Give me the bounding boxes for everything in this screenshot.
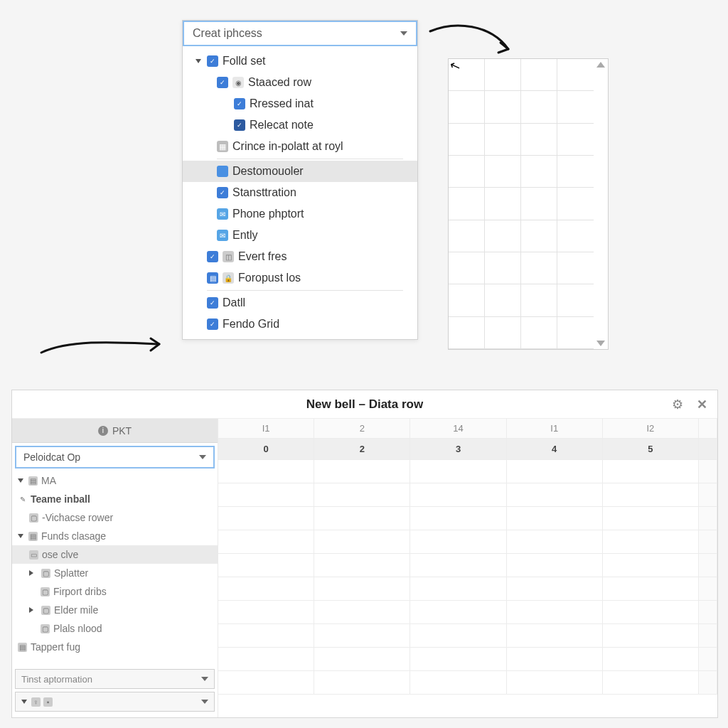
mini-cell[interactable] [485,252,521,284]
mini-cell[interactable] [485,124,521,156]
tree-item-tappert[interactable]: ▤ Tappert fug [12,638,218,656]
tree-item-destomouoler[interactable]: Destomouoler [183,161,417,182]
icons-select[interactable]: ♀ ▪ [15,692,215,712]
tree-item-vichacse[interactable]: ▢ -Vichacse rower [12,508,218,527]
table-row[interactable] [218,460,717,483]
tree-item-splatter[interactable]: ▢ Splatter [12,564,218,582]
tree-item-staaced-row[interactable]: Staaced row [183,72,417,93]
tree-item-teame-inball[interactable]: ✎ Teame inball [12,490,218,508]
peloidcat-select[interactable]: Peloidcat Op [15,446,215,469]
col-header[interactable]: 5 [603,439,699,460]
table-row[interactable] [218,624,717,648]
mini-cell[interactable] [449,220,485,252]
chevron-down-icon [201,700,208,704]
mini-cell[interactable] [449,317,485,349]
tree-label: Firport dribs [53,586,107,597]
close-icon[interactable] [695,397,709,412]
table-row[interactable] [218,554,717,577]
mini-cell[interactable] [557,91,594,123]
col-header[interactable]: I1 [218,419,314,439]
tree-item-foropust[interactable]: Foropust los [183,267,417,289]
tree-item-ose-clve[interactable]: ▭ ose clve [12,545,218,564]
mini-cell[interactable] [521,156,557,188]
table-row[interactable] [218,601,717,624]
tree-item-ently[interactable]: Ently [183,225,417,246]
mini-cell[interactable] [521,91,557,123]
mini-cell[interactable] [521,252,557,284]
mini-cell[interactable] [557,124,594,156]
mini-cell[interactable] [521,220,557,252]
panel-header: New bell – Diata row [12,390,717,419]
create-process-dropdown[interactable]: Creat iphcess [183,21,417,46]
table-row[interactable] [218,507,717,530]
tree-item-rressed-inat[interactable]: Rressed inat [183,93,417,114]
col-header[interactable]: 4 [507,439,603,460]
col-header[interactable]: 2 [314,439,410,460]
mini-cell[interactable] [485,317,521,349]
sidebar-tab-pkt[interactable]: PKT [12,419,218,443]
table-row[interactable] [218,671,717,695]
tinst-select[interactable]: Tinst aptormation [15,669,215,689]
tree-label: Foropust los [238,272,301,284]
tab-label: PKT [112,425,132,437]
panel-title: New bell – Diata row [306,397,423,412]
tree-item-firport[interactable]: ▢ Firport dribs [12,582,218,601]
mini-cell[interactable] [485,188,521,220]
mini-cell[interactable] [485,156,521,188]
mini-cell[interactable] [521,124,557,156]
mini-cell[interactable] [485,284,521,316]
tree-item-stansttration[interactable]: Stansttration [183,182,417,203]
tree-item-funds[interactable]: ▤ Funds clasage [12,527,218,545]
tree-item-fendo-grid[interactable]: Fendo Grid [183,314,417,335]
tree-item-crince[interactable]: Crince in-polatt at royl [183,136,417,157]
tree-item-datll[interactable]: Datll [183,292,417,314]
tree-item-evert-fres[interactable]: Evert fres [183,246,417,267]
col-header[interactable]: 14 [410,419,506,439]
shield-icon [207,318,218,330]
col-header[interactable]: I2 [603,419,699,439]
scroll-down-icon[interactable] [596,341,605,346]
mini-cell[interactable] [557,252,594,284]
mini-cell[interactable] [521,59,557,91]
mini-cell[interactable] [557,220,594,252]
tree-item-elder-mile[interactable]: ▢ Elder mile [12,601,218,619]
tree-item-phone[interactable]: Phone phptort [183,203,417,225]
mini-cell[interactable] [449,156,485,188]
mini-cell[interactable] [557,284,594,316]
gear-icon[interactable] [670,397,685,412]
tree-item-ma[interactable]: ▤ MA [12,471,218,490]
mini-cell[interactable] [449,284,485,316]
grid-icon [217,141,228,152]
mini-scrollbar[interactable] [594,59,608,349]
mini-cell[interactable] [449,252,485,284]
table-row[interactable] [218,577,717,601]
tree-item-relecat-note[interactable]: Relecat note [183,114,417,136]
mini-cell[interactable] [557,59,594,91]
box-icon: ▢ [41,587,50,596]
tree-item-plals[interactable]: ▢ Plals nlood [12,619,218,638]
mini-cell[interactable] [449,188,485,220]
table-row[interactable] [218,530,717,554]
mini-cell[interactable] [485,91,521,123]
col-header[interactable]: 2 [314,419,410,439]
mini-cell[interactable] [485,59,521,91]
mini-cell[interactable] [521,317,557,349]
scroll-up-icon[interactable] [596,62,605,68]
mini-cell[interactable] [485,220,521,252]
col-header[interactable]: 3 [410,439,506,460]
tree-item-folld-set[interactable]: Folld set [183,50,417,72]
col-header[interactable]: 0 [218,439,314,460]
col-header[interactable]: I1 [507,419,603,439]
mini-cell[interactable] [449,91,485,123]
dropdown-label: Creat iphcess [193,27,262,40]
tree-label: MA [41,475,56,486]
mini-cell[interactable] [557,188,594,220]
table-row[interactable] [218,648,717,671]
mini-cell[interactable] [449,124,485,156]
caret-right-icon [29,570,36,576]
mini-cell[interactable] [521,284,557,316]
mini-cell[interactable] [557,317,594,349]
mini-cell[interactable] [557,156,594,188]
mini-cell[interactable] [521,188,557,220]
table-row[interactable] [218,483,717,507]
